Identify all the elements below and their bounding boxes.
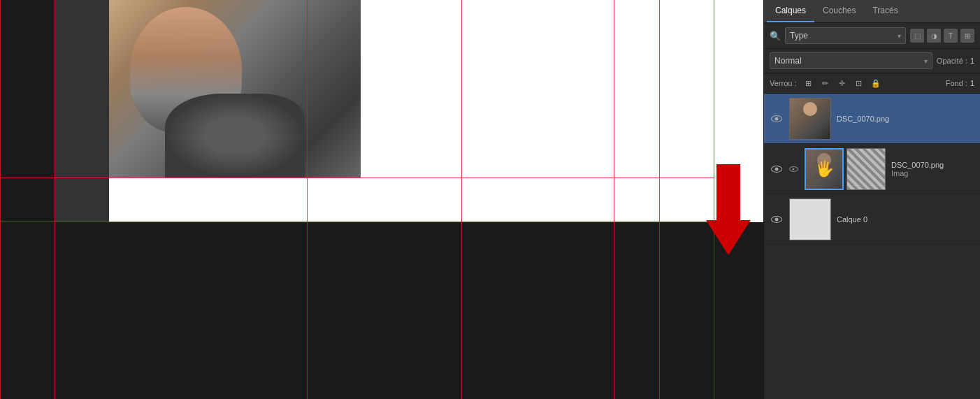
type-filter-label: Type — [790, 31, 808, 41]
visibility-icon-3[interactable] — [770, 212, 784, 226]
fond-value[interactable]: 1 — [970, 79, 974, 87]
lock-all-icon[interactable]: 🔒 — [870, 77, 882, 89]
lock-brush-icon[interactable]: ✏ — [819, 77, 832, 89]
blend-mode-dropdown[interactable]: Normal ▾ — [770, 52, 932, 69]
layer-thumb-2b — [846, 148, 886, 190]
fond-row: Fond : 1 — [946, 79, 974, 87]
layer-thumb-3 — [789, 198, 831, 240]
layer-name-2a: DSC_0070.png — [891, 161, 974, 169]
layer-name-2b: Imag — [891, 169, 974, 177]
image-filter-icon[interactable]: ⬚ — [910, 29, 924, 43]
lock-artboard-icon[interactable]: ⊡ — [853, 77, 865, 89]
canvas-image — [109, 0, 361, 177]
blend-mode-label: Normal — [774, 56, 802, 66]
tab-couches[interactable]: Couches — [814, 0, 864, 22]
layer-item-1[interactable]: DSC_0070.png — [764, 94, 980, 144]
layer-name-1: DSC_0070.png — [837, 115, 974, 123]
canvas-left-strip — [0, 0, 55, 222]
tab-calques[interactable]: Calques — [767, 0, 814, 22]
visibility-icon-2b[interactable] — [788, 164, 799, 175]
eye-icon-2 — [771, 166, 782, 173]
opacity-row: Opacité : 1 — [937, 57, 974, 65]
filter-row: 🔍 Type ▾ ⬚ ◑ T ⊞ — [764, 23, 980, 49]
adjustment-filter-icon[interactable]: ◑ — [927, 29, 941, 43]
transform-filter-icon[interactable]: ⊞ — [960, 29, 974, 43]
eye-icon-1 — [771, 115, 782, 122]
layer-item-3[interactable]: Calque 0 — [764, 194, 980, 245]
blend-chevron-icon: ▾ — [924, 57, 928, 65]
lock-row: Verrou : ⊞ ✏ ✛ ⊡ 🔒 Fond : 1 — [764, 73, 980, 94]
lock-label: Verrou : — [770, 79, 797, 87]
chevron-down-icon: ▾ — [898, 32, 901, 40]
lock-move-icon[interactable]: ✛ — [836, 77, 849, 89]
filter-icons: ⬚ ◑ T ⊞ — [910, 29, 974, 43]
arrow-shaft — [716, 164, 740, 220]
layer-item-2[interactable]: 🖐 DSC_0070.png Imag — [764, 144, 980, 194]
visibility-icon-2[interactable] — [770, 162, 784, 176]
layer-thumb-1 — [789, 98, 831, 140]
white-canvas[interactable] — [109, 0, 763, 222]
photo-simulation — [109, 0, 361, 177]
layer-name-3: Calque 0 — [837, 215, 974, 224]
panel-tabs: Calques Couches Tracés — [764, 0, 980, 23]
tab-traces[interactable]: Tracés — [864, 0, 906, 22]
eye-pupil-2b — [793, 168, 795, 170]
right-panel: Calques Couches Tracés 🔍 Type ▾ ⬚ ◑ T ⊞ … — [763, 0, 980, 399]
layer-names-double: DSC_0070.png Imag — [891, 161, 974, 177]
eye-icon-3 — [771, 216, 782, 223]
lock-pixels-icon[interactable]: ⊞ — [802, 77, 815, 89]
type-filter-dropdown[interactable]: Type ▾ — [785, 27, 906, 44]
search-icon: 🔍 — [770, 31, 781, 41]
layer-thumbs-double-2: 🖐 — [805, 148, 886, 190]
layers-list: DSC_0070.png 🖐 — [764, 94, 980, 399]
thumb-white-3 — [790, 199, 830, 240]
hand-cursor-icon: 🖐 — [815, 160, 834, 178]
blend-opacity-row: Normal ▾ Opacité : 1 — [764, 49, 980, 73]
arrow-head — [706, 220, 751, 255]
opacity-label: Opacité : — [937, 57, 967, 65]
canvas-top — [0, 0, 763, 222]
canvas-bottom — [0, 222, 763, 399]
text-filter-icon[interactable]: T — [944, 29, 958, 43]
lock-icons: ⊞ ✏ ✛ ⊡ 🔒 — [802, 77, 882, 89]
fond-label: Fond : — [946, 79, 967, 87]
thumb-person-1 — [790, 99, 830, 139]
red-arrow — [706, 164, 751, 255]
opacity-value[interactable]: 1 — [970, 57, 974, 65]
layer-thumb-2a: 🖐 — [805, 148, 844, 190]
visibility-icon-1[interactable] — [770, 112, 784, 126]
thumb-mask-2 — [847, 149, 885, 189]
canvas-area — [0, 0, 763, 399]
eye-icon-2b — [789, 166, 798, 172]
